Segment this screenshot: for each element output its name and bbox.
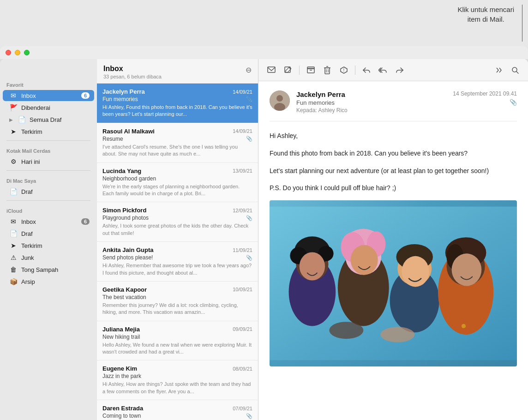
flag-icon: 🚩 [9,104,18,111]
email-item[interactable]: Juliana Mejia 09/09/21 New hiking trail … [97,321,258,361]
email-date: 12/09/21 [233,208,252,213]
icloud-inbox-icon: ✉ [9,218,18,225]
sidebar-item-dibenderai[interactable]: 🚩 Dibenderai [3,102,94,113]
email-sender: Juliana Mejia [102,326,140,333]
avatar [270,90,290,111]
email-list-header: Inbox 33 pesan, 6 belum dibaca ⊖ [97,59,258,84]
email-list-title: Inbox [103,65,162,73]
email-date: 10/09/21 [233,287,252,292]
sidebar-item-icloud-junk[interactable]: ⚠ Junk [3,252,94,263]
junk-button[interactable]: ! [336,63,351,77]
svg-line-14 [516,72,518,73]
attachment-icon: 📎 [246,215,252,221]
detail-to: Kepada: Ashley Rico [296,107,453,114]
sidebar-label-icloud-terkirim: Terkirim [21,242,90,249]
sidebar: Favorit ✉ Inbox 6 🚩 Dibenderai ▶ 📄 Semua… [0,59,97,420]
email-item[interactable]: Ankita Jain Gupta 11/09/21 Send photos p… [97,242,258,282]
sidebar-item-hari-ini[interactable]: ⚙ Hari ini [3,156,94,167]
icloud-draf-icon: 📄 [9,230,18,237]
sidebar-label-draf-mac: Draf [21,188,90,195]
sidebar-item-icloud-inbox[interactable]: ✉ Inbox 6 [3,216,94,227]
forward-button[interactable] [392,63,407,77]
email-item[interactable]: Lucinda Yang 13/09/21 Neighborhood garde… [97,163,258,203]
icloud-label: iCloud [0,204,97,216]
attachment-icon: 📎 [246,413,252,419]
email-item[interactable]: Geetika Kapoor 10/09/21 The best vacatio… [97,282,258,321]
email-sender: Ankita Jain Gupta [102,246,154,253]
email-preview: Remember this journey? We did a lot: roc… [102,302,252,316]
maximize-button[interactable] [24,50,30,55]
email-date: 07/09/21 [233,406,252,411]
sidebar-label-hari-ini: Hari ini [21,158,90,165]
attachment-icon: 📎 [246,96,252,102]
email-date: 14/09/21 [233,89,252,95]
more-button[interactable] [491,63,506,77]
email-preview: Hi Ashley, Found this photo from back in… [102,104,252,118]
icloud-junk-icon: ⚠ [9,254,18,261]
email-sender: Daren Estrada [102,405,143,412]
email-subject: Fun memories 📎 [102,96,252,102]
email-item[interactable]: Eugene Kim 08/09/21 Jazz in the park Hi … [97,360,258,400]
delete-button[interactable] [320,63,335,77]
sidebar-label-icloud-tong: Tong Sampah [21,266,90,273]
email-subject: Playground photos 📎 [102,215,252,221]
sidebar-item-icloud-tong[interactable]: 🗑 Tong Sampah [3,264,94,275]
reply-button[interactable] [359,63,374,77]
filter-button[interactable]: ⊖ [246,66,252,74]
email-subject: Neighborhood garden [102,175,252,182]
chevron-right-icon: ▶ [9,117,13,122]
detail-panel: ! [258,59,528,420]
sidebar-label-inbox: Inbox [21,92,78,99]
email-preview: Hello Ashley, We found a new trail when … [102,342,252,356]
email-subject: The best vacation [102,294,252,300]
toolbar: ! [258,59,528,81]
favorites-label: Favorit [0,78,97,90]
email-subject: Resume 📎 [102,136,252,142]
sidebar-item-terkirim[interactable]: ➤ Terkirim [3,126,94,137]
icloud-sent-icon: ➤ [9,242,18,249]
on-mac-label: Di Mac Saya [0,174,97,186]
archive-button[interactable] [303,63,318,77]
icloud-trash-icon: 🗑 [9,266,18,273]
sidebar-item-icloud-draf[interactable]: 📄 Draf [3,228,94,239]
detail-sender-name: Jackelyn Perra [296,90,453,98]
email-subject: Send photos please! 📎 [102,254,252,261]
compose-button[interactable] [281,63,295,77]
email-list-panel: Inbox 33 pesan, 6 belum dibaca ⊖ Jackely… [97,59,258,420]
sidebar-item-icloud-arsip[interactable]: 📦 Arsip [3,276,94,287]
detail-date-area: 14 September 2021 09.41 📎 [453,90,517,106]
detail-body: Hi Ashley, Found this photo from back in… [270,131,517,194]
sidebar-label-dibenderai: Dibenderai [21,104,90,111]
attachment-icon: 📎 [246,255,252,261]
email-preview: I've attached Carol's resume. She's the … [102,144,252,158]
icloud-archive-icon: 📦 [9,278,18,285]
svg-rect-4 [307,67,314,69]
svg-point-24 [300,252,325,281]
email-item[interactable]: Jackelyn Perra 14/09/21 Fun memories 📎 H… [97,84,258,123]
close-button[interactable] [6,50,11,55]
svg-point-42 [462,324,466,328]
email-item[interactable]: Rasoul Al Malkawi 14/09/21 Resume 📎 I've… [97,123,258,163]
email-date: 13/09/21 [233,168,252,174]
sidebar-item-inbox[interactable]: ✉ Inbox 6 [3,90,94,101]
sidebar-item-icloud-terkirim[interactable]: ➤ Terkirim [3,240,94,251]
email-item[interactable]: Daren Estrada 07/09/21 Coming to town 📎 … [97,400,258,420]
main-window: Favorit ✉ Inbox 6 🚩 Dibenderai ▶ 📄 Semua… [0,59,528,420]
sidebar-item-draf-mac[interactable]: 📄 Draf [3,186,94,197]
email-preview: Ashley, I took some great photos of the … [102,222,252,237]
reply-all-button[interactable] [376,63,390,77]
today-icon: ⚙ [9,158,18,165]
sidebar-label-semua-draf: Semua Draf [30,116,90,123]
new-message-button[interactable] [264,63,279,77]
detail-meta: Jackelyn Perra Fun memories Kepada: Ashl… [296,90,453,114]
sidebar-item-semua-draf[interactable]: ▶ 📄 Semua Draf [3,114,94,125]
svg-point-39 [452,253,482,286]
search-button[interactable] [508,63,522,77]
email-list-subtitle: 33 pesan, 6 belum dibaca [103,74,162,79]
svg-point-41 [380,327,414,342]
detail-date: 14 September 2021 09.41 [453,90,517,97]
minimize-button[interactable] [15,50,20,55]
email-item[interactable]: Simon Pickford 12/09/21 Playground photo… [97,202,258,242]
svg-rect-0 [268,67,275,72]
smart-mailbox-label: Kotak Mail Cerdas [0,144,97,156]
